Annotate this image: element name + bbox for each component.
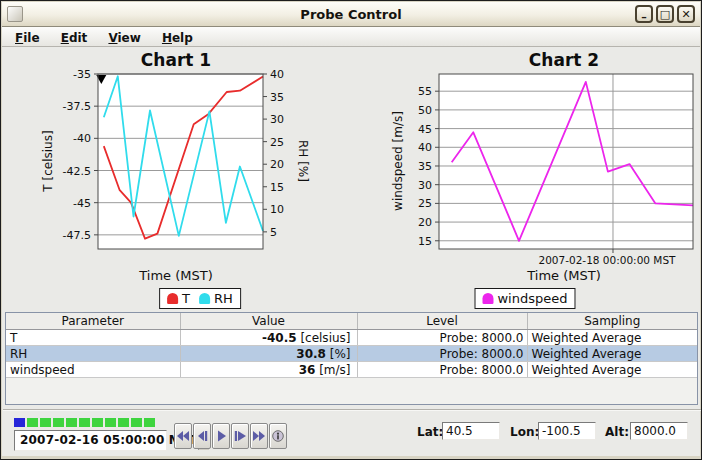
legend-item-RH: RH [199,291,233,306]
progress-square [92,418,103,427]
table-header-row: ParameterValueLevelSampling [6,313,697,330]
svg-text:40: 40 [418,141,432,154]
chart1-left-axis-title: T [celsius] [41,106,55,216]
cell-sampling: Weighted Average [527,362,697,378]
menu-view[interactable]: View [100,29,148,45]
cell-parameter: T [6,330,180,346]
column-header-parameter[interactable]: Parameter [6,313,180,330]
chart1-plot[interactable]: -35-37.5-40-42.5-45-47.5403530252015105 [43,67,303,265]
play-button[interactable] [212,423,230,449]
cell-parameter: RH [6,346,180,362]
svg-text:5: 5 [270,226,277,239]
table-row-RH[interactable]: RH30.8 [%]Probe: 8000.0Weighted Average [6,346,697,362]
menu-file[interactable]: File [7,29,48,45]
lon-label: Lon: [510,425,539,439]
close-button[interactable]: ✕ [677,5,695,23]
legend-item-T: T [167,291,190,306]
bottom-separator [3,409,701,411]
alt-field[interactable] [630,422,688,440]
chart2-left-axis-title: windspeed [m/s] [391,101,405,221]
window-title: Probe Control [2,7,700,22]
cell-level: Probe: 8000.0 [357,362,527,378]
menu-help[interactable]: Help [154,29,201,45]
legend-label: T [182,291,190,306]
progress-square-current [14,418,25,427]
progress-square [131,418,142,427]
svg-text:30: 30 [418,179,432,192]
cell-value: 30.8 [%] [180,346,357,362]
progress-square [118,418,129,427]
time-combobox-value: 2007-02-16 05:00:00 MST [15,431,198,450]
app-icon [7,6,23,22]
svg-text:20: 20 [270,158,284,171]
step-forward-button[interactable] [231,423,249,449]
cell-level: Probe: 8000.0 [357,346,527,362]
play-icon [214,430,228,442]
cell-parameter: windspeed [6,362,180,378]
app-window: Probe Control – □ ✕ File Edit View Help … [0,0,702,460]
time-combobox[interactable]: 2007-02-16 05:00:00 MST [14,430,167,451]
fast-forward-button[interactable] [250,423,268,449]
titlebar[interactable]: Probe Control – □ ✕ [2,2,700,27]
fast-forward-icon [252,430,266,442]
parameter-table: ParameterValueLevelSampling T-40.5 [cels… [6,313,697,378]
chart1-right-axis-title: RH [%] [296,126,310,196]
svg-text:45: 45 [418,123,432,136]
cell-sampling: Weighted Average [527,346,697,362]
svg-text:40: 40 [270,68,284,81]
menu-edit[interactable]: Edit [53,29,96,45]
window-controls: – □ ✕ [632,5,695,23]
chart2-legend: windspeed [474,288,575,309]
legend-marker-icon [167,293,178,304]
lat-label: Lat: [417,425,443,439]
chart2-xlabel: Time (MST) [464,268,664,283]
svg-text:-40: -40 [73,132,91,145]
svg-text:55: 55 [418,85,432,98]
svg-text:35: 35 [418,160,432,173]
parameter-table-scrollpane: ParameterValueLevelSampling T-40.5 [cels… [5,312,698,405]
progress-square [40,418,51,427]
progress-square [53,418,64,427]
svg-text:2007-02-18 00:00:00 MST: 2007-02-18 00:00:00 MST [538,254,676,265]
lon-field[interactable] [538,422,596,440]
svg-text:35: 35 [270,91,284,104]
info-icon [271,430,285,442]
chart1-legend: TRH [159,288,241,309]
step-back-icon [195,430,209,442]
info-button[interactable] [269,423,287,449]
svg-text:-47.5: -47.5 [63,229,91,242]
legend-item-windspeed: windspeed [482,291,567,306]
rewind-icon [176,430,190,442]
svg-text:10: 10 [270,203,284,216]
rewind-button[interactable] [174,423,192,449]
cell-value: 36 [m/s] [180,362,357,378]
progress-square [66,418,77,427]
svg-text:-42.5: -42.5 [63,165,91,178]
progress-square [105,418,116,427]
chart1-xlabel: Time (MST) [76,268,276,283]
legend-marker-icon [482,293,493,304]
menubar: File Edit View Help [2,27,700,47]
svg-text:30: 30 [270,113,284,126]
table-row-windspeed[interactable]: windspeed36 [m/s]Probe: 8000.0Weighted A… [6,362,697,378]
legend-marker-icon [199,293,210,304]
step-forward-icon [233,430,247,442]
column-header-sampling[interactable]: Sampling [527,313,697,330]
svg-text:-45: -45 [73,197,91,210]
svg-text:-35: -35 [73,68,91,81]
step-back-button[interactable] [193,423,211,449]
progress-square [27,418,38,427]
svg-text:20: 20 [418,216,432,229]
progress-square [79,418,90,427]
table-row-T[interactable]: T-40.5 [celsius]Probe: 8000.0Weighted Av… [6,330,697,346]
minimize-button[interactable]: – [635,5,653,23]
column-header-value[interactable]: Value [180,313,357,330]
column-header-level[interactable]: Level [357,313,527,330]
svg-text:15: 15 [270,181,284,194]
svg-text:-37.5: -37.5 [63,100,91,113]
maximize-button[interactable]: □ [656,5,674,23]
chart2-plot[interactable]: 2007-02-18 00:00:00 MST55504540353025201… [406,67,698,265]
alt-label: Alt: [605,425,629,439]
cell-level: Probe: 8000.0 [357,330,527,346]
lat-field[interactable] [442,422,500,440]
